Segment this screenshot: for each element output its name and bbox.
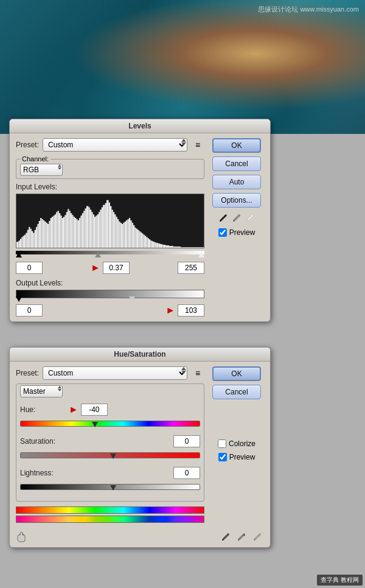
svg-rect-74 (125, 222, 126, 248)
svg-rect-16 (39, 221, 40, 248)
channel-select[interactable]: RGB Red Green Blue (20, 164, 63, 176)
huesat-eyedropper3-icon[interactable]: - (251, 530, 264, 544)
svg-rect-11 (32, 231, 33, 248)
hue-input[interactable]: -40 (81, 404, 108, 416)
master-select-wrap[interactable]: Master Reds Yellows Greens Cyans Blues M… (20, 385, 63, 397)
huesat-preview-row: Preview (218, 453, 255, 461)
levels-preset-select-wrap[interactable]: Custom (43, 138, 187, 152)
svg-rect-20 (44, 222, 46, 248)
svg-rect-57 (99, 212, 100, 248)
svg-rect-28 (56, 212, 57, 248)
input-values-row: 0 ► 0.37 255 (16, 262, 204, 274)
huesat-eyedropper1-svg (221, 532, 231, 542)
levels-cancel-button[interactable]: Cancel (212, 156, 261, 171)
huesat-dialog: Hue/Saturation Preset: Custom (9, 347, 271, 548)
svg-rect-46 (82, 213, 83, 248)
svg-rect-21 (46, 223, 47, 248)
svg-rect-87 (143, 234, 144, 248)
input-slider-track[interactable] (16, 251, 204, 259)
levels-preview-row: Preview (218, 228, 255, 237)
levels-options-button[interactable]: Options... (212, 193, 261, 208)
svg-rect-100 (165, 245, 169, 248)
svg-rect-22 (47, 224, 49, 248)
huesat-eyedropper2-icon[interactable]: + (235, 530, 248, 544)
input-mid-thumb[interactable] (95, 252, 101, 257)
svg-rect-66 (113, 212, 114, 248)
huesat-eyedroppers: + - (219, 530, 264, 544)
huesat-preset-icon[interactable]: ≡ (191, 366, 204, 380)
hand-svg (17, 531, 28, 542)
lightness-thumb[interactable] (110, 485, 116, 491)
svg-rect-32 (62, 218, 63, 248)
huesat-preset-select[interactable]: Custom (43, 366, 187, 380)
input-white-field[interactable]: 255 (178, 262, 204, 274)
svg-rect-47 (83, 211, 85, 248)
channel-select-wrap[interactable]: RGB Red Green Blue (20, 164, 63, 176)
svg-point-106 (246, 220, 248, 222)
hue-thumb[interactable] (92, 422, 98, 427)
svg-rect-69 (117, 219, 119, 248)
svg-rect-84 (139, 231, 140, 248)
levels-preview-checkbox[interactable] (218, 228, 227, 237)
svg-point-105 (233, 220, 235, 222)
input-track-gradient (16, 251, 204, 254)
input-black-thumb[interactable] (16, 252, 22, 257)
lightness-slider-wrap[interactable] (20, 484, 200, 494)
svg-rect-52 (91, 212, 92, 248)
saturation-input[interactable]: 0 (173, 435, 200, 447)
histogram-svg (16, 194, 204, 248)
levels-title: Levels (128, 122, 151, 130)
huesat-ok-button[interactable]: OK (212, 366, 261, 381)
svg-rect-92 (150, 240, 151, 248)
levels-preset-icon[interactable]: ≡ (191, 138, 204, 152)
hand-tool-icon[interactable] (16, 530, 29, 544)
svg-rect-71 (120, 223, 122, 248)
master-select[interactable]: Master Reds Yellows Greens Cyans Blues M… (20, 385, 63, 397)
levels-white-eyedropper-icon[interactable] (245, 212, 255, 223)
svg-rect-98 (161, 244, 163, 248)
svg-rect-94 (153, 242, 155, 248)
colorize-checkbox[interactable] (218, 439, 226, 448)
svg-rect-54 (94, 217, 96, 248)
output-track-gradient (16, 290, 204, 298)
svg-rect-24 (50, 218, 52, 248)
svg-rect-50 (88, 208, 89, 248)
output-track-wrap[interactable] (16, 290, 204, 302)
svg-rect-63 (109, 203, 110, 248)
levels-gray-eyedropper-icon[interactable] (231, 212, 242, 223)
svg-rect-4 (21, 237, 23, 248)
svg-rect-79 (132, 223, 133, 248)
levels-auto-button[interactable]: Auto (212, 175, 261, 189)
huesat-preview-checkbox[interactable] (218, 453, 227, 461)
levels-preset-select[interactable]: Custom (43, 138, 187, 152)
svg-rect-103 (181, 247, 204, 248)
lightness-input[interactable]: 0 (173, 467, 200, 479)
svg-rect-14 (36, 227, 37, 248)
hue-slider-wrap[interactable] (20, 421, 200, 430)
svg-rect-80 (133, 225, 134, 248)
saturation-slider-wrap[interactable] (20, 452, 200, 462)
svg-rect-77 (129, 218, 130, 248)
huesat-cancel-button[interactable]: Cancel (212, 385, 261, 399)
svg-rect-56 (97, 214, 99, 248)
svg-rect-64 (110, 206, 111, 248)
output-black-field[interactable]: 0 (16, 304, 43, 317)
svg-rect-97 (158, 243, 161, 248)
input-black-field[interactable]: 0 (16, 262, 43, 274)
output-black-thumb[interactable] (16, 296, 22, 302)
output-white-thumb[interactable] (129, 296, 135, 302)
input-white-thumb[interactable] (198, 252, 204, 257)
levels-black-eyedropper-icon[interactable] (218, 212, 229, 223)
input-mid-field[interactable]: 0.37 (103, 262, 130, 274)
saturation-thumb[interactable] (110, 453, 116, 459)
huesat-preset-select-wrap[interactable]: Custom (43, 366, 187, 380)
huesat-preview-label: Preview (229, 453, 255, 461)
levels-ok-button[interactable]: OK (212, 138, 261, 153)
levels-left: Preset: Custom ≡ Channel: (16, 138, 204, 317)
svg-rect-51 (90, 209, 91, 248)
svg-rect-33 (63, 217, 64, 248)
output-white-field[interactable]: 103 (178, 304, 204, 317)
output-values-row: 0 ► 103 (16, 304, 204, 317)
svg-rect-48 (85, 208, 86, 248)
huesat-eyedropper1-icon[interactable] (219, 530, 232, 544)
